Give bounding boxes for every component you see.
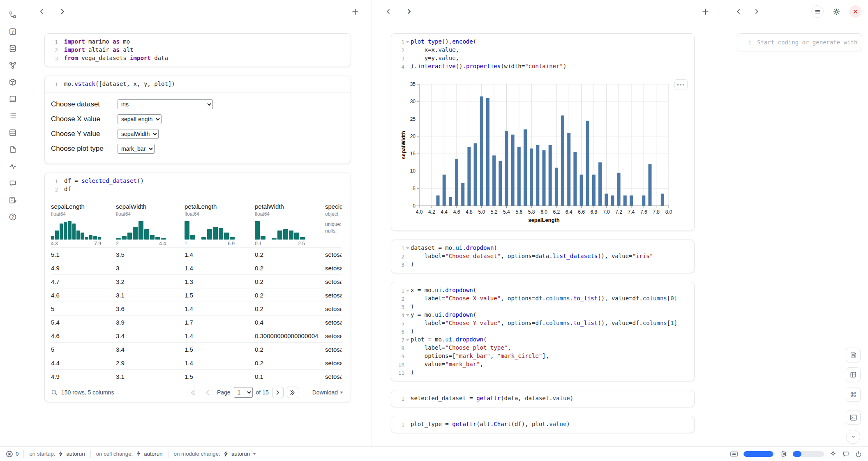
pencil-pad-icon: [9, 196, 17, 205]
svg-text:8.0: 8.0: [665, 209, 672, 215]
datasources-panel-button[interactable]: [5, 44, 21, 54]
chat-bubble-icon: [842, 450, 850, 458]
new-cell-editor[interactable]: 1 Start coding or generate with AI: [737, 33, 862, 51]
gear-icon: [833, 8, 840, 16]
files-panel-button[interactable]: [5, 10, 21, 21]
control-row-plot-type: Choose plot type mark_bar: [51, 141, 344, 156]
command-icon: ⌘: [850, 391, 856, 399]
pane-toolbar-left: [25, 0, 372, 23]
code-editor-selected-dataset[interactable]: 1selected_dataset = getattr(data, datase…: [391, 390, 694, 407]
terminal-button[interactable]: [846, 410, 861, 425]
outline-panel-button[interactable]: [5, 111, 21, 122]
package-icon: [9, 78, 17, 88]
status-bar: 0 on startup: autorun on cell change: au…: [0, 446, 868, 461]
pane-right-scroll-right-button[interactable]: [751, 6, 762, 17]
keyboard-shortcuts-button[interactable]: ⌘: [846, 387, 861, 402]
pane-right-scroll-left-button[interactable]: [733, 6, 744, 17]
add-cell-button-left[interactable]: [349, 6, 361, 17]
editor-placeholder: Start coding or generate with AI: [757, 39, 858, 46]
dataset-dropdown[interactable]: iris: [118, 99, 213, 109]
svg-text:6.4: 6.4: [566, 209, 573, 215]
table-footer: 150 rows, 5 columns Page 1 of 15 Downloa…: [51, 383, 344, 402]
next-page-button[interactable]: [272, 387, 284, 398]
cell-widget-definitions: 1x = mo.ui.dropdown(2 label="Choose X va…: [391, 282, 695, 381]
pane-middle-scroll-right-button[interactable]: [403, 6, 415, 17]
code-editor-vstack[interactable]: 1mo.vstack([dataset, x, y, plot]): [45, 76, 351, 92]
notebook-column-middle: 1plot_type().encode(2 x=x.value,3 y=y.va…: [372, 0, 722, 446]
code-editor-widgets[interactable]: 1x = mo.ui.dropdown(2 label="Choose X va…: [391, 282, 694, 381]
first-page-button[interactable]: [187, 387, 199, 398]
pane-left-scroll-left-button[interactable]: [36, 6, 48, 17]
code-editor-dataframe[interactable]: 1df = selected_dataset()2df: [45, 173, 351, 198]
dependencies-panel-button[interactable]: [5, 60, 21, 71]
prev-page-button[interactable]: [202, 387, 214, 398]
svg-text:6.8: 6.8: [591, 209, 598, 215]
altair-bar-chart[interactable]: 4.04.24.44.64.85.05.25.45.65.86.06.26.46…: [400, 80, 688, 226]
code-editor-dataset[interactable]: 1dataset = mo.ui.dropdown(2 label="Choos…: [391, 240, 694, 273]
svg-text:?: ?: [12, 214, 14, 219]
control-row-dataset: Choose dataset iris: [51, 97, 344, 112]
logs-panel-button[interactable]: [5, 128, 21, 138]
chevron-down-icon: [850, 433, 856, 440]
packages-panel-button[interactable]: [5, 77, 21, 88]
svg-text:7.4: 7.4: [628, 209, 635, 215]
y-value-dropdown[interactable]: sepalWidth: [118, 129, 159, 139]
add-cell-button-middle[interactable]: [699, 6, 711, 17]
svg-text:4.8: 4.8: [466, 209, 473, 215]
code-editor-plot[interactable]: 1plot_type().encode(2 x=x.value,3 y=y.va…: [391, 34, 694, 75]
scratchpad-panel-button[interactable]: [5, 195, 21, 206]
svg-text:25: 25: [410, 116, 416, 122]
documentation-panel-button[interactable]: [5, 94, 21, 105]
circle-x-icon: [6, 450, 13, 458]
control-row-y: Choose Y value sepalWidth: [51, 127, 344, 141]
x-value-label: Choose X value: [51, 115, 113, 123]
chevron-right-icon: [59, 8, 66, 15]
svg-text:10: 10: [410, 168, 416, 174]
plot-type-dropdown[interactable]: mark_bar: [118, 144, 155, 154]
chat-panel-button[interactable]: [5, 178, 21, 189]
sparkle-icon: [829, 450, 837, 458]
connection-button[interactable]: [855, 450, 862, 458]
snippets-panel-button[interactable]: [5, 145, 21, 155]
pane-toolbar-middle: [372, 0, 722, 23]
pane-left-scroll-right-button[interactable]: [57, 6, 68, 17]
chart-options-button[interactable]: •••: [674, 79, 688, 90]
feedback-button[interactable]: [842, 450, 850, 458]
page-select[interactable]: 1: [234, 387, 253, 398]
helper-icon-rail: f ?: [0, 0, 25, 446]
table-search-button[interactable]: [51, 389, 58, 396]
svg-text:0: 0: [413, 203, 416, 209]
tracing-panel-button[interactable]: [5, 161, 21, 172]
errors-indicator[interactable]: 0: [6, 450, 23, 458]
scroll-to-bottom-button[interactable]: [846, 430, 860, 444]
shutdown-button[interactable]: [849, 5, 861, 18]
generate-link[interactable]: generate: [813, 39, 840, 46]
on-cell-change-setting[interactable]: on cell change: autorun: [91, 451, 168, 457]
ellipsis-icon: •••: [677, 82, 686, 88]
on-startup-setting[interactable]: on startup: autorun: [24, 451, 90, 457]
power-icon: [855, 450, 862, 458]
table-row: 5.43.91.70.4setosa: [51, 315, 342, 329]
ai-assistant-button[interactable]: [829, 450, 837, 458]
variables-panel-button[interactable]: f: [5, 27, 21, 37]
keyboard-button[interactable]: [730, 450, 738, 458]
svg-text:f: f: [12, 29, 14, 34]
on-module-change-setting[interactable]: on module change: autorun: [169, 451, 262, 457]
cells-middle: 1plot_type().encode(2 x=x.value,3 y=y.va…: [372, 23, 722, 446]
notebook-menu-button[interactable]: [811, 5, 824, 18]
layout-grid-button[interactable]: [846, 367, 861, 382]
settings-button[interactable]: [830, 5, 843, 18]
table-summary: 150 rows, 5 columns: [61, 389, 114, 396]
pane-middle-scroll-left-button[interactable]: [383, 6, 394, 17]
code-editor-imports[interactable]: 1import marimo as mo2import altair as al…: [45, 34, 351, 67]
x-value-dropdown[interactable]: sepalLength: [118, 114, 162, 124]
help-button[interactable]: ?: [5, 212, 21, 223]
y-value-label: Choose Y value: [51, 130, 113, 138]
save-button[interactable]: [846, 348, 861, 362]
list-icon: [9, 112, 17, 121]
cell-plot-type: 1plot_type = getattr(alt.Chart(df), plot…: [391, 416, 695, 433]
download-button[interactable]: Download: [312, 389, 343, 396]
notebook-column-left: 1import marimo as mo2import altair as al…: [25, 0, 372, 446]
last-page-button[interactable]: [287, 387, 298, 398]
code-editor-plot-type[interactable]: 1plot_type = getattr(alt.Chart(df), plot…: [391, 416, 694, 433]
